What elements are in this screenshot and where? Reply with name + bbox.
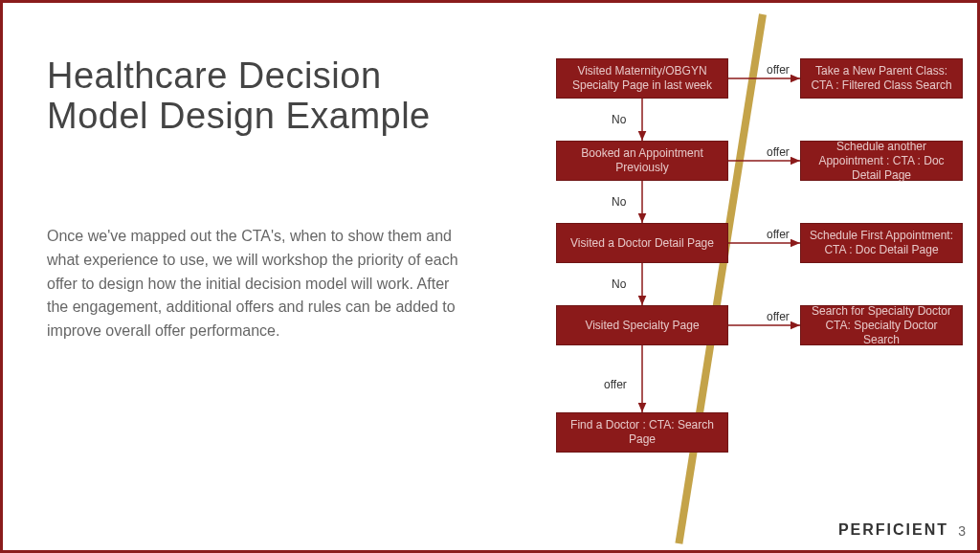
offer-step-4: Search for Specialty Doctor CTA: Special…	[800, 305, 963, 345]
edge-offer-fallback: offer	[604, 378, 627, 391]
edge-no-3: No	[612, 277, 626, 291]
slide-title: Healthcare Decision Model Design Example	[47, 56, 431, 137]
edge-no-2: No	[612, 195, 626, 209]
title-line-1: Healthcare Decision	[47, 55, 382, 96]
edge-offer-1: offer	[767, 63, 790, 77]
decision-step-4: Visited Specialty Page	[556, 305, 728, 345]
brand-logo: PERFICIENT	[838, 521, 948, 539]
offer-step-3: Schedule First Appointment: CTA : Doc De…	[800, 223, 963, 263]
fallback-offer: Find a Doctor : CTA: Search Page	[556, 412, 728, 453]
decision-step-1: Visited Maternity/OBGYN Specialty Page i…	[556, 58, 728, 99]
slide: Healthcare Decision Model Design Example…	[0, 0, 980, 553]
decision-step-3: Visited a Doctor Detail Page	[556, 223, 728, 263]
edge-offer-2: offer	[767, 145, 790, 159]
offer-step-2: Schedule another Appointment : CTA : Doc…	[800, 141, 963, 181]
decision-step-2: Booked an Appointment Previously	[556, 141, 728, 181]
offer-step-1: Take a New Parent Class: CTA : Filtered …	[800, 58, 963, 99]
edge-offer-4: offer	[767, 310, 790, 323]
edge-no-1: No	[612, 113, 626, 126]
title-line-2: Model Design Example	[47, 96, 431, 136]
edge-offer-3: offer	[767, 228, 790, 241]
page-number: 3	[958, 523, 966, 539]
slide-body-text: Once we've mapped out the CTA's, when to…	[47, 225, 468, 343]
